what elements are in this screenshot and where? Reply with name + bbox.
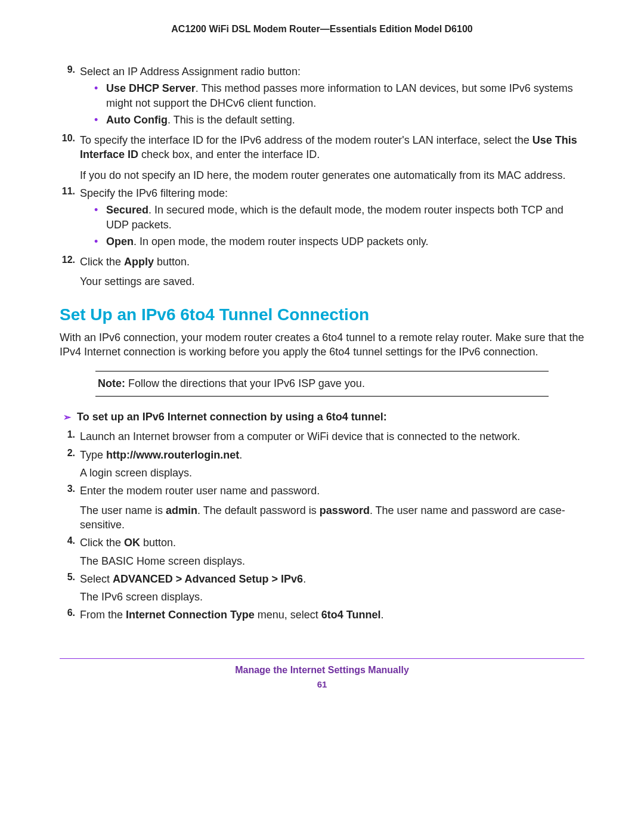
note-text: Follow the directions that your IPv6 ISP…: [125, 377, 365, 389]
bullet-rest: . This is the default setting.: [168, 114, 295, 126]
step-body: Type http://www.routerlogin.net. A login…: [80, 448, 584, 481]
t-bold: http://www.routerlogin.net: [106, 449, 239, 461]
t: .: [380, 609, 383, 621]
step-number: 10.: [60, 133, 80, 182]
step-body: Launch an Internet browser from a comput…: [80, 429, 584, 444]
step-number: 6.: [60, 608, 80, 622]
step-body: Click the OK button. The BASIC Home scre…: [80, 535, 584, 568]
t: If you do not specify an ID here, the mo…: [80, 169, 565, 181]
procedure-title: To set up an IPv6 Internet connection by…: [77, 411, 387, 423]
bullet-icon: •: [94, 203, 106, 232]
step-body: To specify the interface ID for the IPv6…: [80, 133, 584, 182]
step-11: 11. Specify the IPv6 filtering mode: • S…: [60, 186, 584, 251]
t: . The default password is: [197, 504, 320, 516]
step-number: 9.: [60, 64, 80, 129]
step-body: Enter the modem router user name and pas…: [80, 484, 584, 532]
bullet-text: Secured. In secured mode, which is the d…: [106, 203, 584, 232]
step-10: 10. To specify the interface ID for the …: [60, 133, 584, 182]
t: .: [239, 449, 242, 461]
section-heading: Set Up an IPv6 6to4 Tunnel Connection: [60, 305, 584, 324]
note-label: Note:: [98, 377, 125, 389]
bullet-rest: . In open mode, the modem router inspect…: [134, 236, 429, 247]
t: Select: [80, 573, 113, 585]
step-body: Specify the IPv6 filtering mode: • Secur…: [80, 186, 584, 251]
bullet-icon: •: [94, 234, 106, 249]
t-bold: 6to4 Tunnel: [321, 609, 381, 621]
bullet-text: Use DHCP Server. This method passes more…: [106, 81, 584, 110]
t: Your settings are saved.: [80, 275, 194, 287]
t: Type: [80, 449, 106, 461]
step-body: Select an IP Address Assignment radio bu…: [80, 64, 584, 129]
t: To specify the interface ID for the IPv6…: [80, 134, 532, 146]
step-number: 12.: [60, 255, 80, 289]
bullet-bold: Use DHCP Server: [106, 82, 196, 94]
procedure-lead: ➢ To set up an IPv6 Internet connection …: [63, 411, 584, 423]
proc-step-1: 1. Launch an Internet browser from a com…: [60, 429, 584, 444]
bullet-autoconfig: • Auto Config. This is the default setti…: [94, 113, 584, 127]
t-bold: Internet Connection Type: [126, 609, 255, 621]
page-number: 61: [60, 679, 584, 689]
step-number: 3.: [60, 484, 80, 532]
bullet-icon: •: [94, 81, 106, 110]
step-body: From the Internet Connection Type menu, …: [80, 608, 584, 622]
step-number: 2.: [60, 448, 80, 481]
t-bold: Apply: [124, 256, 154, 268]
t: Click the: [80, 537, 124, 549]
t-bold: admin: [166, 504, 197, 516]
bullet-rest: . In secured mode, which is the default …: [106, 204, 564, 230]
proc-step-4: 4. Click the OK button. The BASIC Home s…: [60, 535, 584, 568]
proc-step-3: 3. Enter the modem router user name and …: [60, 484, 584, 532]
step-number: 1.: [60, 429, 80, 444]
t: Enter the modem router user name and pas…: [80, 485, 320, 497]
t: menu, select: [255, 609, 321, 621]
proc-step-6: 6. From the Internet Connection Type men…: [60, 608, 584, 622]
step-number: 4.: [60, 535, 80, 568]
page: AC1200 WiFi DSL Modem Router—Essentials …: [0, 0, 644, 707]
bullet-dhcp: • Use DHCP Server. This method passes mo…: [94, 81, 584, 110]
t: From the: [80, 609, 126, 621]
arrow-icon: ➢: [63, 411, 71, 423]
bullet-text: Open. In open mode, the modem router ins…: [106, 234, 584, 249]
step-lead: Specify the IPv6 filtering mode:: [80, 187, 228, 199]
bullet-icon: •: [94, 113, 106, 127]
step-body: Click the Apply button. Your settings ar…: [80, 255, 584, 289]
doc-header: AC1200 WiFi DSL Modem Router—Essentials …: [60, 24, 584, 35]
bullet-bold: Secured: [106, 204, 148, 216]
t: The user name is: [80, 504, 166, 516]
step-number: 5.: [60, 572, 80, 605]
t-bold: password: [320, 504, 370, 516]
t: check box, and enter the interface ID.: [138, 148, 320, 160]
footer-section-title: Manage the Internet Settings Manually: [60, 665, 584, 676]
step-9: 9. Select an IP Address Assignment radio…: [60, 64, 584, 129]
note-box: Note: Follow the directions that your IP…: [95, 371, 549, 397]
t: button.: [154, 256, 190, 268]
step-12: 12. Click the Apply button. Your setting…: [60, 255, 584, 289]
step-number: 11.: [60, 186, 80, 251]
bullet-text: Auto Config. This is the default setting…: [106, 113, 584, 127]
section-intro: With an IPv6 connection, your modem rout…: [60, 330, 584, 360]
proc-step-5: 5. Select ADVANCED > Advanced Setup > IP…: [60, 572, 584, 605]
bullet-open: • Open. In open mode, the modem router i…: [94, 234, 584, 249]
t-bold: OK: [124, 537, 140, 549]
t: The BASIC Home screen displays.: [80, 555, 245, 567]
t: button.: [140, 537, 176, 549]
bullet-bold: Auto Config: [106, 114, 168, 126]
bullet-secured: • Secured. In secured mode, which is the…: [94, 203, 584, 232]
t-bold: ADVANCED > Advanced Setup > IPv6: [113, 573, 303, 585]
t: .: [303, 573, 306, 585]
bullet-bold: Open: [106, 236, 134, 247]
step-lead: Select an IP Address Assignment radio bu…: [80, 66, 301, 78]
t: A login screen displays.: [80, 467, 192, 479]
t: The IPv6 screen displays.: [80, 591, 203, 603]
step-body: Select ADVANCED > Advanced Setup > IPv6.…: [80, 572, 584, 605]
t: Click the: [80, 256, 124, 268]
footer-rule: [60, 658, 584, 659]
proc-step-2: 2. Type http://www.routerlogin.net. A lo…: [60, 448, 584, 481]
